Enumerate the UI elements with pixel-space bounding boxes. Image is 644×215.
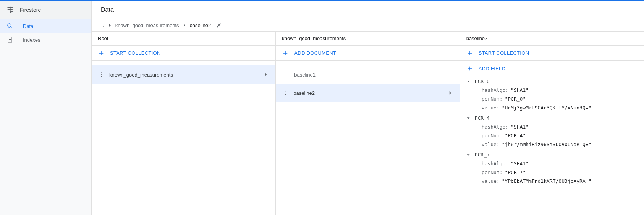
field-value: "SHA1" bbox=[511, 161, 529, 166]
panel-collection-title: known_good_measurements bbox=[276, 32, 460, 46]
field-value: "SHA1" bbox=[511, 87, 529, 93]
plus-icon bbox=[466, 50, 473, 57]
field-key: pcrNum bbox=[482, 133, 500, 138]
field-name: PCR_0 bbox=[475, 78, 490, 84]
breadcrumb-collection[interactable]: known_good_measurements bbox=[115, 23, 179, 28]
field-map-row[interactable]: PCR_0 bbox=[460, 77, 644, 86]
sidebar-item-data[interactable]: Data bbox=[0, 19, 91, 33]
search-icon bbox=[6, 22, 14, 30]
field-value: "jh6r/mMhiBiz96SmSuOVxuNqRTQ=" bbox=[502, 142, 592, 147]
chevron-right-icon bbox=[181, 22, 188, 28]
field-key: hashAlgo bbox=[482, 87, 506, 93]
collection-row[interactable]: known_good_measurements bbox=[92, 65, 275, 84]
action-label: START COLLECTION bbox=[110, 50, 161, 56]
sidebar-title: Firestore bbox=[20, 7, 41, 13]
panel-document: baseline2 START COLLECTION ADD FIELD PCR… bbox=[460, 32, 644, 215]
field-row[interactable]: hashAlgo:"SHA1" bbox=[460, 159, 644, 168]
field-key: hashAlgo bbox=[482, 124, 506, 130]
svg-line-1 bbox=[11, 27, 12, 28]
field-value: "UcMj3gwMaU9GAc3QK+tY/xNin3Q=" bbox=[502, 105, 592, 111]
page-title: Data bbox=[92, 1, 644, 19]
panel-root-title: Root bbox=[92, 32, 275, 46]
field-name: PCR_4 bbox=[475, 115, 490, 121]
svg-point-6 bbox=[285, 91, 286, 91]
field-key: value bbox=[482, 142, 497, 147]
triangle-down-icon bbox=[466, 116, 471, 121]
field-row[interactable]: value:"UcMj3gwMaU9GAc3QK+tY/xNin3Q=" bbox=[460, 103, 644, 112]
start-subcollection-button[interactable]: START COLLECTION bbox=[460, 46, 644, 61]
start-collection-button[interactable]: START COLLECTION bbox=[92, 46, 275, 61]
add-document-button[interactable]: ADD DOCUMENT bbox=[276, 46, 460, 61]
field-map-row[interactable]: PCR_4 bbox=[460, 114, 644, 122]
field-value: "YPbEbATMmFnd1kXRT/OU3joXyRA=" bbox=[502, 178, 592, 184]
chevron-right-icon bbox=[447, 90, 454, 96]
sidebar-item-label: Data bbox=[23, 23, 33, 29]
svg-point-4 bbox=[101, 74, 102, 75]
field-group: PCR_7hashAlgo:"SHA1"pcrNum:"PCR_7"value:… bbox=[460, 150, 644, 186]
row-label: baseline1 bbox=[294, 72, 453, 78]
edit-icon[interactable] bbox=[216, 23, 222, 28]
svg-point-8 bbox=[285, 94, 286, 95]
sidebar-item-label: Indexes bbox=[23, 37, 40, 43]
panel-document-title: baseline2 bbox=[460, 32, 644, 46]
action-label: ADD DOCUMENT bbox=[294, 50, 336, 56]
field-row[interactable]: pcrNum:"PCR_0" bbox=[460, 94, 644, 103]
field-key: hashAlgo bbox=[482, 161, 506, 166]
field-key: value bbox=[482, 178, 497, 184]
sidebar: Firestore Data Indexes bbox=[0, 1, 92, 215]
chevron-right-icon bbox=[262, 71, 269, 78]
row-label: baseline2 bbox=[293, 90, 447, 96]
document-row[interactable]: baseline1 bbox=[276, 65, 460, 84]
field-row[interactable]: pcrNum:"PCR_7" bbox=[460, 168, 644, 177]
field-key: pcrNum bbox=[482, 96, 500, 102]
plus-icon bbox=[466, 65, 473, 72]
field-value: "PCR_0" bbox=[505, 96, 526, 102]
plus-icon bbox=[98, 50, 105, 57]
breadcrumb-root[interactable]: / bbox=[103, 23, 105, 28]
field-value: "PCR_4" bbox=[505, 133, 526, 138]
firestore-logo-icon bbox=[6, 6, 15, 14]
action-label: START COLLECTION bbox=[479, 50, 529, 56]
row-label: known_good_measurements bbox=[109, 72, 262, 78]
indexes-icon bbox=[6, 36, 14, 44]
svg-point-7 bbox=[285, 93, 286, 93]
plus-icon bbox=[282, 50, 289, 57]
svg-point-5 bbox=[101, 76, 102, 77]
field-row[interactable]: value:"jh6r/mMhiBiz96SmSuOVxuNqRTQ=" bbox=[460, 140, 644, 149]
field-group: PCR_0hashAlgo:"SHA1"pcrNum:"PCR_0"value:… bbox=[460, 76, 644, 113]
svg-point-3 bbox=[101, 72, 102, 73]
add-field-button[interactable]: ADD FIELD bbox=[460, 61, 644, 76]
panel-collection: known_good_measurements ADD DOCUMENT bas… bbox=[276, 32, 460, 215]
panels: Root START COLLECTION known_good_measure… bbox=[92, 31, 644, 215]
document-list: baseline1 baseline2 bbox=[276, 61, 460, 215]
field-row[interactable]: value:"YPbEbATMmFnd1kXRT/OU3joXyRA=" bbox=[460, 177, 644, 186]
field-group: PCR_4hashAlgo:"SHA1"pcrNum:"PCR_4"value:… bbox=[460, 113, 644, 150]
field-name: PCR_7 bbox=[475, 152, 490, 158]
more-vert-icon[interactable] bbox=[98, 72, 105, 78]
sidebar-header: Firestore bbox=[0, 1, 91, 19]
triangle-down-icon bbox=[466, 152, 471, 158]
chevron-right-icon bbox=[107, 22, 113, 28]
field-map-row[interactable]: PCR_7 bbox=[460, 150, 644, 159]
breadcrumb: / known_good_measurements baseline2 bbox=[92, 19, 644, 31]
field-row[interactable]: hashAlgo:"SHA1" bbox=[460, 86, 644, 94]
more-vert-icon[interactable] bbox=[282, 90, 290, 96]
field-row[interactable]: pcrNum:"PCR_4" bbox=[460, 131, 644, 140]
field-row[interactable]: hashAlgo:"SHA1" bbox=[460, 122, 644, 131]
field-key: pcrNum bbox=[482, 169, 500, 175]
triangle-down-icon bbox=[466, 79, 471, 84]
action-label: ADD FIELD bbox=[479, 66, 506, 72]
breadcrumb-document[interactable]: baseline2 bbox=[190, 23, 211, 28]
sidebar-item-indexes[interactable]: Indexes bbox=[0, 33, 91, 47]
panel-root: Root START COLLECTION known_good_measure… bbox=[92, 32, 276, 215]
field-value: "SHA1" bbox=[511, 124, 529, 130]
root-list: known_good_measurements bbox=[92, 61, 275, 215]
document-row[interactable]: baseline2 bbox=[276, 84, 460, 102]
field-value: "PCR_7" bbox=[505, 169, 526, 175]
fields-list: PCR_0hashAlgo:"SHA1"pcrNum:"PCR_0"value:… bbox=[460, 76, 644, 215]
main: Data / known_good_measurements baseline2… bbox=[92, 1, 644, 215]
svg-point-0 bbox=[8, 24, 11, 27]
field-key: value bbox=[482, 105, 497, 111]
